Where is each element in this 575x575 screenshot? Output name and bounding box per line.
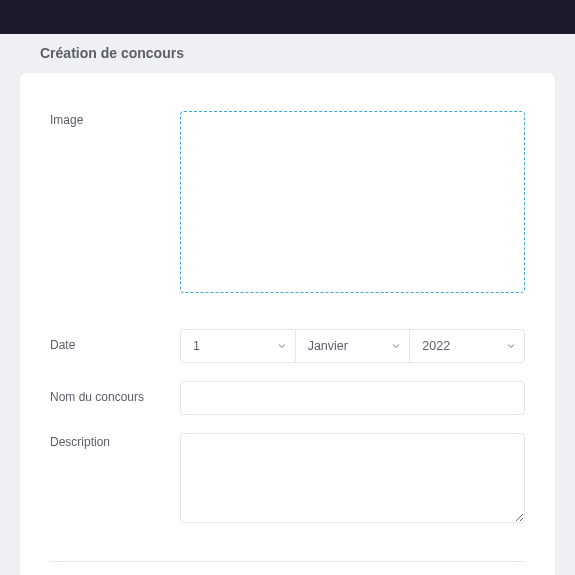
date-day-select[interactable]: 1: [180, 329, 296, 363]
topbar: [0, 0, 575, 34]
date-month-select[interactable]: Janvier: [295, 329, 411, 363]
date-year-select[interactable]: 2022: [409, 329, 525, 363]
row-name: Nom du concours: [50, 381, 525, 415]
label-description: Description: [50, 433, 180, 449]
row-description: Description: [50, 433, 525, 527]
divider: [50, 561, 525, 562]
label-date: Date: [50, 329, 180, 352]
row-date: Date 1 Janvier: [50, 329, 525, 363]
label-image: Image: [50, 111, 180, 127]
row-image: Image: [50, 111, 525, 293]
label-name: Nom du concours: [50, 381, 180, 404]
page-title: Création de concours: [0, 34, 575, 73]
competition-name-input[interactable]: [180, 381, 525, 415]
description-textarea[interactable]: [180, 433, 525, 523]
form-card: Image Date 1 Janvier: [20, 73, 555, 575]
image-dropzone[interactable]: [180, 111, 525, 293]
